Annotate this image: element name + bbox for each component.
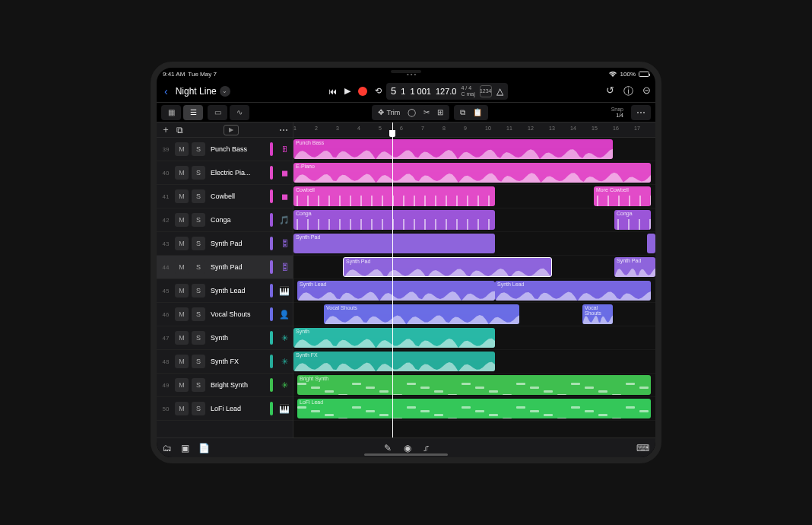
copy-button[interactable]: ⧉: [460, 108, 465, 117]
snap-display[interactable]: Snap 1/4: [611, 107, 623, 118]
track-header[interactable]: 41MSCowbell◼: [157, 185, 293, 208]
solo-button[interactable]: S: [192, 189, 205, 203]
mute-button[interactable]: M: [175, 237, 189, 250]
region[interactable]: Synth Pad: [343, 257, 552, 277]
solo-button[interactable]: S: [192, 355, 205, 368]
region[interactable]: Synth Pad: [293, 234, 495, 253]
move-tool-button[interactable]: ✥Trim: [378, 108, 400, 116]
region[interactable]: LoFi Lead: [297, 399, 651, 418]
song-title[interactable]: Night Line ⌄: [176, 86, 230, 97]
playhead-handle[interactable]: [389, 130, 395, 137]
solo-button[interactable]: S: [192, 331, 205, 345]
help-icon[interactable]: ⓘ: [623, 84, 633, 98]
mute-button[interactable]: M: [175, 260, 189, 274]
track-header[interactable]: 48MSSynth FX✳: [157, 350, 293, 374]
mute-button[interactable]: M: [175, 378, 189, 392]
smart-controls-button[interactable]: ◉: [404, 443, 411, 453]
track-instrument-icon[interactable]: 🎛: [278, 237, 291, 250]
track-instrument-icon[interactable]: 🎹: [278, 284, 291, 298]
track-header[interactable]: 50MSLoFi Lead🎹: [157, 397, 293, 421]
more-options-button[interactable]: ⋯: [631, 105, 651, 120]
track-instrument-icon[interactable]: 🎛: [278, 260, 291, 274]
arrange-row[interactable]: Synth FX: [293, 350, 655, 374]
arrange-row[interactable]: E-Piano: [293, 161, 655, 185]
region[interactable]: Vocal Shouts: [582, 304, 613, 324]
region[interactable]: Bright Synth: [297, 375, 651, 395]
solo-button[interactable]: S: [192, 378, 205, 392]
track-header[interactable]: 47MSSynth✳: [157, 326, 293, 350]
arrange-row[interactable]: CowbellMore Cowbell: [293, 185, 655, 208]
arrange-area[interactable]: 123456789101112131415161718 Punch BassE-…: [293, 123, 655, 438]
region[interactable]: Conga: [293, 210, 495, 230]
arrange-row[interactable]: Vocal ShoutsVocal Shouts: [293, 303, 655, 326]
arrange-row[interactable]: Synth PadSynth Pad: [293, 256, 655, 279]
region[interactable]: Synth Lead: [495, 281, 651, 301]
track-header[interactable]: 40MSElectric Pia...◼: [157, 161, 293, 185]
count-in-button[interactable]: 1234: [480, 85, 492, 97]
undo-history-icon[interactable]: ↺: [606, 84, 614, 98]
track-header[interactable]: 43MSSynth Pad🎛: [157, 232, 293, 256]
edit-pencil-button[interactable]: ✎: [384, 443, 392, 453]
solo-button[interactable]: S: [192, 166, 205, 180]
track-header[interactable]: 44MSSynth Pad🎛: [157, 256, 293, 279]
region[interactable]: Vocal Shouts: [324, 304, 519, 324]
region-view-button[interactable]: ▭: [208, 105, 227, 120]
mute-button[interactable]: M: [175, 355, 189, 368]
track-instrument-icon[interactable]: ◼: [278, 166, 291, 180]
join-tool-button[interactable]: ⊞: [437, 108, 443, 116]
rewind-button[interactable]: ⏮: [328, 87, 337, 96]
track-instrument-icon[interactable]: 👤: [278, 307, 291, 321]
track-instrument-icon[interactable]: 🎹: [278, 402, 291, 415]
solo-button[interactable]: S: [192, 402, 205, 415]
arrange-row[interactable]: Punch Bass: [293, 138, 655, 161]
paste-button[interactable]: 📋: [473, 108, 482, 116]
settings-icon[interactable]: ⊝: [642, 84, 651, 98]
arrange-row[interactable]: Synth Pad: [293, 232, 655, 256]
track-header[interactable]: 42MSConga🎵: [157, 208, 293, 232]
region[interactable]: Conga: [614, 210, 651, 230]
sound-browser-button[interactable]: ▣: [181, 443, 189, 453]
loop-tool-button[interactable]: ◯: [408, 108, 416, 116]
track-header[interactable]: 49MSBright Synth✳: [157, 374, 293, 397]
record-enable-toggle[interactable]: ▶: [224, 125, 239, 135]
arrange-row[interactable]: Synth LeadSynth Lead: [293, 279, 655, 303]
arrange-row[interactable]: Bright Synth: [293, 374, 655, 397]
library-browser-button[interactable]: 🗂: [163, 443, 172, 453]
metronome-icon[interactable]: △: [496, 86, 503, 97]
add-track-button[interactable]: ＋: [161, 123, 170, 136]
arrange-row[interactable]: Synth: [293, 326, 655, 350]
home-indicator[interactable]: [364, 453, 448, 456]
track-instrument-icon[interactable]: ◼: [278, 189, 291, 203]
mute-button[interactable]: M: [175, 142, 189, 156]
automation-view-button[interactable]: ∿: [230, 105, 249, 120]
lcd-display[interactable]: 5 1 1 001 127.0 4 / 4 C maj 1234 △: [386, 83, 508, 100]
mixer-sliders-button[interactable]: ⎎: [423, 443, 429, 453]
mute-button[interactable]: M: [175, 402, 189, 415]
region[interactable]: Synth FX: [293, 352, 495, 371]
arrange-row[interactable]: CongaConga: [293, 208, 655, 232]
cycle-button[interactable]: ⟲: [375, 86, 382, 96]
tracks-view-button[interactable]: ☰: [183, 105, 203, 120]
track-header[interactable]: 39MSPunch Bass🎚: [157, 138, 293, 161]
grid-view-button[interactable]: ▦: [161, 105, 181, 120]
track-panel-more-button[interactable]: ⋯: [279, 125, 288, 135]
region[interactable]: Synth Lead: [297, 281, 495, 301]
region[interactable]: Cowbell: [293, 186, 495, 206]
region-rows[interactable]: Punch BassE-PianoCowbellMore CowbellCong…: [293, 138, 655, 438]
solo-button[interactable]: S: [192, 213, 205, 227]
region[interactable]: More Cowbell: [594, 186, 651, 206]
solo-button[interactable]: S: [192, 237, 205, 250]
solo-button[interactable]: S: [192, 307, 205, 321]
track-header[interactable]: 46MSVocal Shouts👤: [157, 303, 293, 326]
track-instrument-icon[interactable]: ✳: [278, 355, 291, 368]
duplicate-track-button[interactable]: ⧉: [176, 125, 183, 135]
track-header[interactable]: 45MSSynth Lead🎹: [157, 279, 293, 303]
region[interactable]: Synth: [293, 328, 495, 348]
track-instrument-icon[interactable]: ✳: [278, 331, 291, 345]
region[interactable]: Synth Pad: [614, 257, 655, 277]
solo-button[interactable]: S: [192, 142, 205, 156]
region[interactable]: E-Piano: [293, 163, 651, 183]
timeline-ruler[interactable]: 123456789101112131415161718: [293, 123, 655, 138]
arrange-row[interactable]: LoFi Lead: [293, 397, 655, 421]
mute-button[interactable]: M: [175, 166, 189, 180]
